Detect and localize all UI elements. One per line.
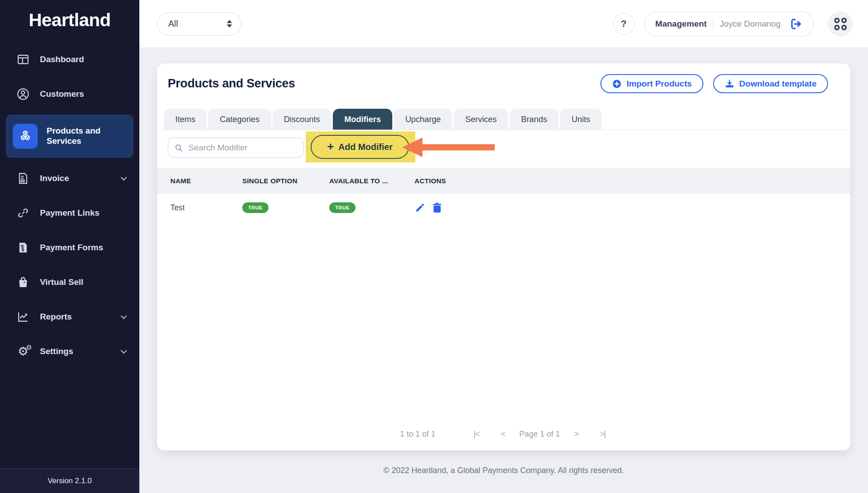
dashboard-icon [16, 53, 30, 66]
user-name-label: Joyce Domanog [720, 19, 781, 29]
first-page-button[interactable]: |< [472, 430, 481, 439]
tab-units[interactable]: Units [560, 109, 602, 130]
sidebar-item-products-and-services[interactable]: Products and Services [6, 115, 133, 158]
sidebar-item-label: Products and Services [47, 126, 122, 146]
last-page-button[interactable]: >| [598, 430, 608, 439]
tab-categories[interactable]: Categories [208, 109, 271, 130]
tab-discounts[interactable]: Discounts [272, 109, 331, 130]
edit-icon[interactable] [414, 202, 425, 213]
delete-icon[interactable] [432, 202, 442, 213]
pagination-page-label: Page 1 of 1 [519, 430, 560, 439]
sidebar-item-label: Virtual Sell [40, 277, 83, 288]
question-mark-icon: ? [621, 18, 627, 30]
sidebar-nav: Dashboard Customers Products and Service… [0, 42, 139, 468]
column-header-actions: ACTIONS [414, 177, 850, 185]
tab-services[interactable]: Services [454, 109, 508, 130]
sidebar-item-label: Payment Links [40, 208, 99, 218]
table-header: NAME SINGLE OPTION AVAILABLE TO ... ACTI… [157, 168, 850, 194]
chevron-down-icon [121, 347, 127, 354]
filter-selected-value: All [168, 19, 178, 29]
svg-text:$: $ [22, 247, 24, 252]
sidebar-item-virtual-sell[interactable]: Virtual Sell [0, 265, 139, 300]
products-services-card: Products and Services Import Products [157, 63, 850, 450]
column-header-available-to: AVAILABLE TO ... [329, 177, 414, 185]
sidebar-item-settings[interactable]: ⚙⚙ Settings [0, 334, 139, 369]
sidebar-item-invoice[interactable]: Invoice [0, 161, 139, 196]
sidebar-item-label: Settings [40, 347, 73, 357]
previous-page-button[interactable]: < [499, 430, 507, 439]
search-icon [174, 143, 183, 153]
tab-upcharge[interactable]: Upcharge [394, 109, 452, 130]
pagination-range: 1 to 1 of 1 [400, 430, 435, 439]
tabs-divider [157, 130, 850, 130]
tab-modifiers[interactable]: Modifiers [333, 109, 392, 130]
link-icon [16, 207, 30, 219]
copyright-footer: © 2022 Heartland, a Global Payments Comp… [157, 466, 850, 475]
page-title: Products and Services [168, 77, 295, 91]
tab-items[interactable]: Items [164, 109, 207, 130]
account-role-label: Management [655, 19, 707, 29]
tab-brands[interactable]: Brands [509, 109, 559, 130]
sidebar-item-label: Payment Forms [40, 243, 103, 253]
divider [713, 18, 714, 30]
plus-circle-icon [612, 79, 622, 89]
search-modifier-box [168, 138, 304, 158]
cell-name: Test [157, 203, 242, 213]
search-modifier-input[interactable] [188, 143, 297, 153]
add-modifier-button[interactable]: + Add Modifier [311, 135, 409, 159]
chevron-down-icon [121, 313, 127, 319]
account-pill[interactable]: Management Joyce Domanog [644, 12, 814, 36]
main-content: Products and Services Import Products [139, 48, 868, 493]
products-cubes-icon [13, 124, 38, 149]
topbar: All ? Management Joyce Domanog [139, 0, 868, 48]
version-label: Version 2.1.0 [0, 468, 139, 493]
invoice-icon [16, 172, 30, 185]
customers-icon [16, 87, 30, 101]
sidebar-item-label: Customers [40, 89, 84, 99]
sidebar-item-label: Dashboard [40, 55, 84, 65]
sidebar: Heartland Dashboard Customers [0, 0, 139, 493]
sidebar-item-dashboard[interactable]: Dashboard [0, 42, 139, 77]
single-option-badge: TRUE [242, 202, 268, 213]
shopping-bag-icon [16, 276, 30, 288]
download-template-button[interactable]: Download template [713, 74, 828, 93]
chart-icon [16, 311, 30, 323]
next-page-button[interactable]: > [572, 430, 580, 439]
logout-icon[interactable] [789, 17, 803, 31]
gears-icon: ⚙⚙ [16, 346, 30, 358]
chevron-down-icon [121, 174, 127, 181]
sidebar-item-payment-links[interactable]: Payment Links [0, 196, 139, 230]
help-button[interactable]: ? [613, 13, 635, 35]
tab-bar: Items Categories Discounts Modifiers Upc… [164, 109, 602, 130]
table-row: Test TRUE TRUE [157, 194, 850, 221]
pagination: 1 to 1 of 1 |< < Page 1 of 1 > >| [157, 427, 850, 441]
select-arrows-icon [227, 20, 232, 28]
sidebar-item-payment-forms[interactable]: $ Payment Forms [0, 230, 139, 265]
available-to-badge: TRUE [329, 202, 355, 213]
column-header-single-option: SINGLE OPTION [242, 177, 329, 185]
payment-form-icon: $ [16, 241, 30, 254]
location-filter-select[interactable]: All [157, 12, 241, 35]
sidebar-item-customers[interactable]: Customers [0, 77, 139, 111]
import-products-button[interactable]: Import Products [600, 74, 703, 93]
download-icon [725, 79, 734, 89]
apps-menu-button[interactable] [828, 12, 853, 36]
sidebar-item-reports[interactable]: Reports [0, 300, 139, 334]
arrow-annotation [402, 138, 496, 157]
heartland-logo: Heartland [0, 0, 139, 42]
column-header-name: NAME [157, 177, 242, 185]
apps-grid-icon [834, 18, 847, 30]
sidebar-item-label: Reports [40, 312, 72, 322]
sidebar-item-label: Invoice [40, 174, 69, 184]
